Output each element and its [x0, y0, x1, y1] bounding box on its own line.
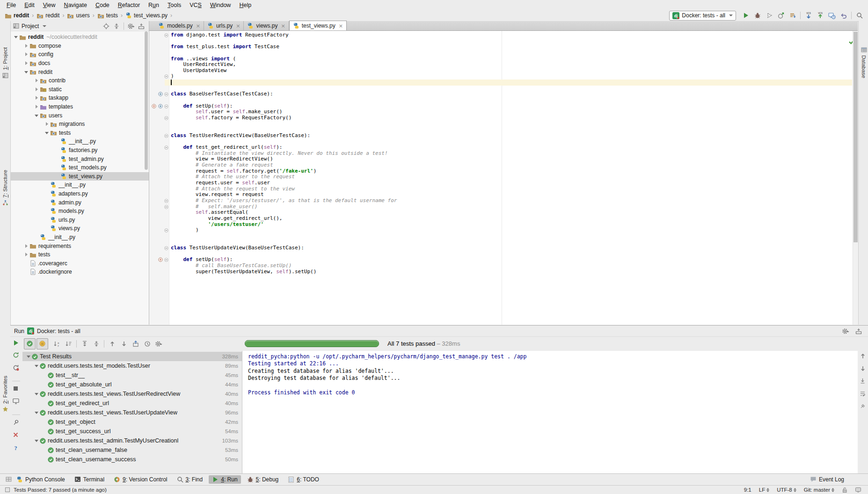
run-console[interactable]: reddit_pycha:python -u /opt/.pycharm_hel… — [242, 351, 858, 474]
breadcrumb-item[interactable]: tests — [97, 12, 118, 19]
test-result-row[interactable]: test_get_object 42ms — [22, 417, 242, 427]
project-tree-row[interactable]: reddit ~/cookiecutter/reddit — [11, 33, 149, 42]
menu-window[interactable]: Window — [206, 2, 235, 8]
close-tab-icon[interactable]: × — [196, 23, 200, 29]
coverage-button[interactable] — [763, 10, 775, 21]
arrow-up-button[interactable] — [860, 353, 866, 361]
project-tree-row[interactable]: tests — [11, 129, 149, 138]
project-tree-row[interactable]: factories.py — [11, 146, 149, 155]
test-result-row[interactable]: test_get_absolute_url 44ms — [22, 380, 242, 389]
tree-expander[interactable] — [33, 94, 40, 101]
arrow-up-button[interactable] — [106, 339, 118, 349]
toolwindow-switcher-button[interactable] — [4, 474, 13, 485]
arrow-down-button[interactable] — [118, 339, 130, 349]
tree-expander[interactable] — [33, 391, 40, 397]
tree-expander[interactable] — [33, 86, 40, 93]
menu-help[interactable]: Help — [235, 2, 255, 8]
help-button[interactable]: ? — [13, 444, 19, 452]
lock-widget[interactable] — [842, 487, 847, 493]
project-tree-row[interactable]: .coveragerc — [11, 259, 149, 268]
concurrency-button[interactable] — [787, 10, 798, 21]
project-tree-row[interactable]: adapters.py — [11, 189, 149, 198]
rerun-failed-button[interactable] — [13, 364, 19, 372]
stop-button[interactable] — [13, 385, 19, 393]
test-result-row[interactable]: reddit.users.tests.test_views.TestUserRe… — [22, 389, 242, 399]
menu-tools[interactable]: Tools — [163, 2, 185, 8]
test-result-row[interactable]: test_get_redirect_url 40ms — [22, 399, 242, 408]
test-result-row[interactable]: reddit.users.tests.test_admin.TestMyUser… — [22, 436, 242, 445]
project-tree-row[interactable]: config — [11, 50, 149, 59]
toolwindow-button-todo[interactable]: 6: TODO — [284, 475, 322, 484]
expand-all-button[interactable] — [79, 339, 90, 349]
gear-dd-button[interactable] — [153, 339, 165, 349]
tree-expander[interactable] — [33, 363, 40, 369]
collapse-all-button[interactable] — [90, 339, 102, 349]
project-tree-row[interactable]: urls.py — [11, 215, 149, 224]
project-tree-row[interactable]: views.py — [11, 224, 149, 233]
profiler-button[interactable] — [775, 10, 787, 21]
menu-file[interactable]: File — [2, 2, 20, 8]
toolwindow-button-terminal[interactable]: Terminal — [71, 475, 108, 484]
project-tree-row[interactable]: static — [11, 85, 149, 94]
project-tree-row[interactable]: test_models.py — [11, 163, 149, 172]
monitor-button[interactable] — [13, 398, 19, 406]
tree-expander[interactable] — [23, 243, 29, 249]
project-tree-row[interactable]: compose — [11, 42, 149, 51]
tree-expander[interactable] — [33, 77, 40, 84]
tree-expander[interactable] — [23, 69, 29, 75]
pin-button[interactable] — [13, 419, 19, 427]
project-tree-row[interactable]: __init__.py — [11, 181, 149, 189]
hide-panel-button[interactable] — [136, 22, 146, 30]
toolwindow-button-debug[interactable]: 5: Debug — [244, 475, 282, 484]
sort-az-button[interactable]: az — [51, 339, 63, 349]
project-tree-row[interactable]: admin.py — [11, 198, 149, 207]
project-tree-row[interactable]: models.py — [11, 207, 149, 216]
breadcrumb-item[interactable]: reddit — [36, 12, 59, 19]
project-tree-row[interactable]: contrib — [11, 76, 149, 85]
close-tab-icon[interactable]: × — [339, 23, 343, 29]
test-result-row[interactable]: test_get_success_url 54ms — [22, 427, 242, 436]
project-tree-row[interactable]: requirements — [11, 241, 149, 250]
code-editor[interactable]: from django.test import RequestFactoryfr… — [149, 31, 858, 325]
show-passed-toggle[interactable] — [24, 338, 36, 349]
tree-expander[interactable] — [25, 353, 32, 360]
test-result-row[interactable]: reddit.users.tests.test_views.TestUserUp… — [22, 408, 242, 417]
tree-expander[interactable] — [44, 121, 50, 127]
menu-navigate[interactable]: Navigate — [60, 2, 91, 8]
search-button[interactable] — [853, 10, 865, 21]
tool-stripe-favorites[interactable]: 2: Favorites — [0, 376, 10, 412]
editor-tab-urls.py[interactable]: urls.py× — [204, 21, 244, 30]
project-tree-row[interactable]: docs — [11, 59, 149, 68]
status-widget[interactable]: 9:1 — [744, 487, 751, 493]
rerun-button[interactable] — [13, 352, 19, 360]
sort-time-button[interactable] — [63, 339, 74, 349]
test-result-row[interactable]: reddit.users.tests.test_models.TestUser … — [22, 361, 242, 370]
arrow-down-button[interactable] — [860, 365, 866, 373]
tool-stripe-structure[interactable]: 7: Structure — [0, 170, 10, 206]
menu-edit[interactable]: Edit — [20, 2, 39, 8]
menu-view[interactable]: View — [39, 2, 60, 8]
test-result-row[interactable]: Test Results 328ms — [22, 352, 242, 361]
show-ignored-toggle[interactable] — [36, 338, 48, 349]
project-tree-row[interactable]: tests — [11, 250, 149, 259]
toolwindow-button-version-control[interactable]: 9: Version Control — [110, 475, 170, 484]
project-scrollbar[interactable] — [145, 31, 148, 170]
tree-expander[interactable] — [23, 60, 29, 66]
event-log-button[interactable]: Event Log — [807, 475, 847, 484]
close-red-button[interactable] — [13, 432, 19, 439]
debug-button[interactable] — [751, 10, 763, 21]
close-tab-icon[interactable]: × — [236, 23, 240, 29]
test-result-row[interactable]: test_clean_username_success 50ms — [22, 455, 242, 464]
project-tree-row[interactable]: .dockerignore — [11, 268, 149, 276]
gear-dd-button[interactable] — [126, 22, 136, 30]
soft-wrap-button[interactable] — [860, 391, 866, 398]
undo-button[interactable] — [838, 10, 849, 21]
project-panel-title[interactable]: Project — [13, 23, 46, 29]
history-button[interactable] — [141, 339, 153, 349]
locate-button[interactable] — [101, 22, 111, 30]
project-tree-row[interactable]: test_admin.py — [11, 154, 149, 163]
tree-expander[interactable] — [44, 130, 50, 136]
toolwindow-button-python-console[interactable]: Python Console — [13, 475, 68, 484]
clear-console-button[interactable] — [860, 403, 866, 411]
status-widget[interactable]: Git: master — [804, 487, 834, 493]
